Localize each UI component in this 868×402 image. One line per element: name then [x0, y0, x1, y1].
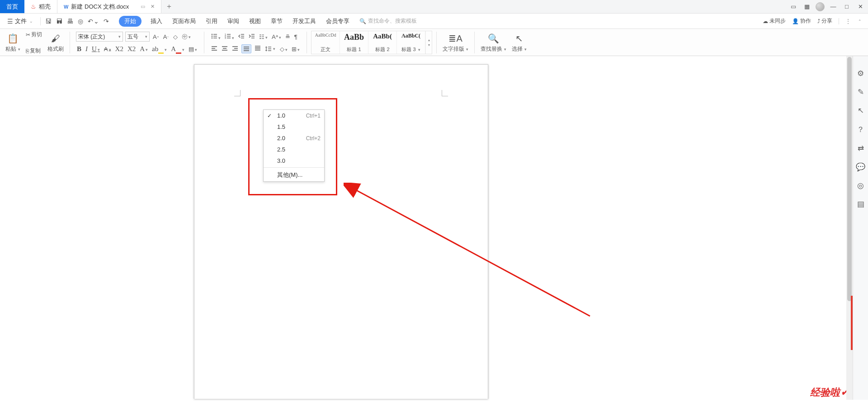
- pinyin-guide-icon[interactable]: ㊥▾: [181, 33, 192, 41]
- share-button[interactable]: ⤴分享: [817, 17, 832, 25]
- bullets-button[interactable]: ▾: [210, 33, 222, 41]
- ribbon-tab-pagelayout[interactable]: 页面布局: [171, 16, 197, 26]
- font-color-button[interactable]: A▾: [170, 45, 185, 53]
- ribbon-tab-insert[interactable]: 插入: [150, 16, 163, 26]
- copy-label: 复制: [30, 47, 41, 55]
- superscript-button[interactable]: X2: [114, 45, 124, 53]
- text-effects-button[interactable]: A▾: [139, 45, 149, 53]
- ribbon-tab-developer[interactable]: 开发工具: [292, 16, 317, 26]
- text-typeset-button[interactable]: ≣A 文字排版▾: [441, 31, 470, 55]
- align-left-button[interactable]: [210, 45, 218, 53]
- borders-button[interactable]: ⊞▾: [291, 46, 301, 52]
- sidebar-library-icon[interactable]: ▤: [857, 199, 864, 209]
- tab-home[interactable]: 首页: [0, 0, 24, 13]
- ribbon-tab-review[interactable]: 审阅: [226, 16, 240, 26]
- ribbon-tab-start[interactable]: 开始: [119, 16, 142, 27]
- sidebar-chat-icon[interactable]: 💬: [856, 162, 865, 172]
- decrease-indent-button[interactable]: [237, 33, 245, 41]
- add-tab-button[interactable]: ＋: [161, 0, 177, 13]
- style-prev-h1: AaBb: [344, 33, 364, 42]
- menu-bar: ☰ 文件 ⌄ 🖫 🖬 🖶 ◎ ↶⌄ ↷ 开始 插入 页面布局 引用 审阅 视图 …: [0, 14, 868, 29]
- subscript-button[interactable]: X2: [127, 45, 137, 53]
- sync-status[interactable]: ☁未同步: [763, 17, 786, 25]
- menu-more-icon[interactable]: ⋮: [845, 18, 851, 24]
- highlight-button[interactable]: ab▾: [151, 45, 168, 53]
- ribbon-tab-references[interactable]: 引用: [205, 16, 218, 26]
- paste-button[interactable]: 📋 粘贴▾: [4, 31, 22, 55]
- styles-gallery[interactable]: AaBbCcDd正文 AaBb标题 1 AaBb(标题 2 AaBbC(标题 3…: [311, 31, 432, 54]
- sidebar-cursor-icon[interactable]: ↖: [858, 106, 864, 115]
- text-typeset-label: 文字排版: [443, 45, 464, 53]
- bold-button[interactable]: B: [76, 45, 82, 53]
- underline-button[interactable]: U▾: [91, 45, 101, 53]
- window-close-icon[interactable]: ✕: [855, 2, 865, 12]
- window-maximize-icon[interactable]: □: [842, 2, 852, 12]
- distribute-button[interactable]: [254, 45, 262, 53]
- grid-apps-icon[interactable]: ▦: [802, 2, 812, 12]
- collapse-ribbon-icon[interactable]: ⌃: [858, 19, 862, 24]
- save-as-icon[interactable]: 🖬: [56, 18, 62, 25]
- search-icon: 🔍: [359, 18, 366, 24]
- decrease-font-icon[interactable]: A⁻: [162, 33, 170, 40]
- undo-icon[interactable]: ↶⌄: [88, 18, 99, 25]
- text-direction-button[interactable]: ☷▾: [258, 33, 269, 40]
- show-marks-button[interactable]: ¶: [293, 33, 298, 40]
- sidebar-settings-icon[interactable]: ⇄: [858, 144, 864, 153]
- style-normal[interactable]: AaBbCcDd正文: [311, 31, 340, 54]
- font-name-value: 宋体 (正文): [78, 33, 105, 41]
- italic-button[interactable]: I: [85, 45, 89, 53]
- avatar-icon[interactable]: [816, 2, 825, 11]
- align-right-button[interactable]: [231, 45, 239, 53]
- file-menu[interactable]: ☰ 文件 ⌄: [5, 16, 36, 26]
- tab-home-label: 首页: [6, 3, 18, 11]
- increase-indent-button[interactable]: [248, 33, 256, 41]
- styles-gallery-arrows[interactable]: ▴▾: [425, 31, 432, 54]
- collab-button[interactable]: 👤协作: [792, 17, 811, 25]
- command-search[interactable]: 🔍 查找命令、搜索模板: [359, 17, 417, 25]
- strikethrough-button[interactable]: A▾: [103, 46, 112, 52]
- tab-document[interactable]: W 新建 DOCX 文档.docx ▭ ✕: [57, 0, 161, 13]
- cut-label: 剪切: [31, 31, 42, 38]
- select-button[interactable]: ↖ 选择▾: [510, 31, 528, 55]
- style-heading2[interactable]: AaBb(标题 2: [368, 31, 397, 54]
- copy-button[interactable]: ⎘复制: [26, 47, 42, 55]
- cut-button[interactable]: ✂剪切: [26, 31, 42, 38]
- align-justify-button[interactable]: [241, 44, 251, 53]
- ribbon-tab-member[interactable]: 会员专享: [325, 16, 350, 26]
- format-painter-button[interactable]: 🖌 格式刷: [46, 31, 66, 55]
- find-replace-button[interactable]: 🔍 查找替换▾: [479, 31, 508, 55]
- style-heading3[interactable]: AaBbC(标题 3 ▾: [397, 31, 425, 54]
- style-label-h3: 标题 3: [401, 47, 415, 52]
- font-name-select[interactable]: 宋体 (正文)▾: [76, 32, 123, 42]
- numbering-button[interactable]: 123▾: [224, 33, 235, 41]
- clear-format-icon[interactable]: ◇: [172, 33, 179, 40]
- scrollbar-thumb[interactable]: [847, 57, 852, 301]
- layout-mode-icon[interactable]: ▭: [788, 2, 798, 12]
- tab-shell[interactable]: ♨ 稻壳: [24, 0, 57, 13]
- pin-icon[interactable]: ▭: [141, 4, 145, 9]
- sidebar-ai-icon[interactable]: ⚙: [857, 69, 864, 78]
- shading-button[interactable]: ◇▾: [279, 46, 288, 52]
- cloud-icon: ☁: [763, 18, 768, 24]
- sidebar-help-icon[interactable]: ？: [857, 124, 864, 135]
- sort-button[interactable]: ≞: [284, 33, 291, 40]
- close-tab-icon[interactable]: ✕: [151, 4, 155, 9]
- sidebar-target-icon[interactable]: ◎: [857, 181, 864, 190]
- print-preview-icon[interactable]: ◎: [78, 18, 83, 25]
- brush-icon: 🖌: [51, 33, 60, 44]
- ribbon-tab-view[interactable]: 视图: [248, 16, 262, 26]
- font-size-select[interactable]: 五号▾: [125, 32, 150, 42]
- asian-layout-button[interactable]: Aᵃ▾: [271, 33, 282, 40]
- char-shading-button[interactable]: ▤▾: [188, 46, 198, 52]
- increase-font-icon[interactable]: A⁺: [152, 33, 160, 40]
- align-center-button[interactable]: [221, 45, 229, 53]
- style-heading1[interactable]: AaBb标题 1: [340, 31, 368, 54]
- redo-icon[interactable]: ↷: [104, 18, 109, 25]
- vertical-scrollbar[interactable]: [846, 56, 853, 400]
- save-icon[interactable]: 🖫: [45, 18, 52, 25]
- window-minimize-icon[interactable]: —: [828, 2, 838, 12]
- print-icon[interactable]: 🖶: [67, 18, 73, 25]
- ribbon-tab-sections[interactable]: 章节: [270, 16, 283, 26]
- sidebar-pen-icon[interactable]: ✎: [858, 87, 864, 97]
- line-spacing-button[interactable]: ▾: [264, 45, 277, 53]
